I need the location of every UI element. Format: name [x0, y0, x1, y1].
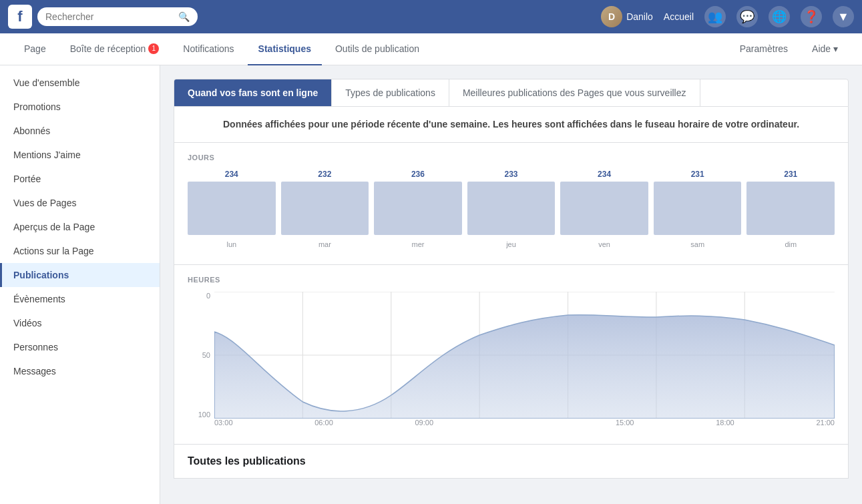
sidebar-item-apercus[interactable]: Aperçus de la Page: [0, 215, 160, 239]
sidebar-item-publications[interactable]: Publications: [0, 263, 160, 287]
tab-page[interactable]: Page: [13, 33, 57, 65]
x-label-21: 21:00: [816, 419, 835, 427]
sidebar-item-portee[interactable]: Portée: [0, 167, 160, 191]
sidebar-item-promotions[interactable]: Promotions: [0, 95, 160, 119]
x-label-09: 09:00: [415, 419, 433, 427]
day-name-ven: ven: [598, 240, 610, 248]
day-name-sam: sam: [690, 240, 704, 248]
avatar: D: [601, 6, 622, 27]
main-content: Quand vos fans sont en ligne Types de pu…: [160, 65, 862, 504]
x-label-06: 06:00: [314, 419, 333, 427]
tab-boite[interactable]: Boîte de réception 1: [59, 33, 170, 65]
sidebar-item-evenements[interactable]: Évènements: [0, 287, 160, 311]
accueil-link[interactable]: Accueil: [664, 11, 694, 22]
x-label-03: 03:00: [214, 419, 233, 427]
tab-notifications[interactable]: Notifications: [172, 33, 244, 65]
day-value-mer: 236: [411, 170, 425, 179]
facebook-logo: f: [8, 5, 32, 29]
hours-chart-container: 100 50 0: [188, 292, 835, 439]
day-name-mer: mer: [411, 240, 424, 248]
hours-svg: [214, 292, 835, 419]
messenger-icon[interactable]: 💬: [736, 6, 758, 27]
day-name-mar: mar: [318, 240, 331, 248]
inbox-badge: 1: [148, 43, 159, 54]
y-label-100: 100: [188, 411, 214, 419]
content-tabs: Quand vos fans sont en ligne Types de pu…: [174, 79, 849, 107]
day-column-ven: 234ven: [560, 170, 648, 248]
sidebar-item-mentions-jaime[interactable]: Mentions J'aime: [0, 143, 160, 167]
day-column-dim: 231dim: [746, 170, 835, 248]
search-input[interactable]: [45, 11, 173, 22]
day-value-jeu: 233: [505, 170, 518, 179]
tab-aide[interactable]: Aide ▾: [801, 33, 849, 65]
info-text: Données affichées pour une période récen…: [223, 119, 799, 130]
day-name-lun: lun: [226, 240, 236, 248]
user-name: Danilo: [626, 11, 653, 22]
x-axis: 03:00 06:00 09:00 12:00 15:00 18:00 21:0…: [214, 419, 835, 439]
day-bar-dim: [746, 182, 835, 235]
day-bar-mar: [281, 182, 369, 235]
hours-chart-section: HEURES 100 50 0: [174, 265, 849, 445]
search-icon: 🔍: [178, 11, 190, 22]
sidebar-item-abonnes[interactable]: Abonnés: [0, 119, 160, 143]
search-bar[interactable]: 🔍: [37, 7, 198, 26]
day-bar-jeu: [467, 182, 556, 235]
tab-outils[interactable]: Outils de publication: [325, 33, 430, 65]
bottom-title: Toutes les publications: [174, 445, 849, 479]
day-value-mar: 232: [318, 170, 331, 179]
content-tab-meilleures[interactable]: Meilleures publications des Pages que vo…: [449, 79, 700, 106]
y-label-0: 0: [188, 292, 214, 300]
user-profile[interactable]: D Danilo: [601, 6, 653, 27]
sidebar-item-messages[interactable]: Messages: [0, 359, 160, 383]
day-value-ven: 234: [598, 170, 611, 179]
y-label-50: 50: [188, 351, 214, 359]
tab-statistiques[interactable]: Statistiques: [248, 33, 322, 65]
day-column-jeu: 233jeu: [467, 170, 556, 248]
content-tab-types[interactable]: Types de publications: [332, 79, 449, 106]
day-column-lun: 234lun: [188, 170, 276, 248]
main-layout: Vue d'ensemble Promotions Abonnés Mentio…: [0, 65, 862, 504]
secondary-nav-right: Paramètres Aide ▾: [729, 33, 849, 65]
bottom-title-text: Toutes les publications: [188, 455, 306, 467]
day-bar-lun: [188, 182, 276, 235]
day-name-dim: dim: [785, 240, 797, 248]
sidebar: Vue d'ensemble Promotions Abonnés Mentio…: [0, 65, 160, 504]
days-label: JOURS: [188, 154, 835, 162]
secondary-nav-left: Page Boîte de réception 1 Notifications …: [13, 33, 430, 65]
sidebar-item-vues-pages[interactable]: Vues de Pages: [0, 191, 160, 215]
sidebar-item-vue-densemble[interactable]: Vue d'ensemble: [0, 71, 160, 95]
people-icon[interactable]: 👥: [704, 6, 726, 27]
help-icon[interactable]: ❓: [801, 6, 822, 27]
sidebar-item-actions[interactable]: Actions sur la Page: [0, 239, 160, 263]
content-tab-fans-online[interactable]: Quand vos fans sont en ligne: [174, 79, 332, 106]
x-label-15: 15:00: [616, 419, 634, 427]
globe-icon[interactable]: 🌐: [769, 6, 790, 27]
day-bar-mer: [374, 182, 462, 235]
sidebar-item-videos[interactable]: Vidéos: [0, 311, 160, 335]
days-chart: 234lun232mar236mer233jeu234ven231sam231d…: [188, 170, 835, 248]
info-box: Données affichées pour une période récen…: [174, 107, 849, 143]
sidebar-item-personnes[interactable]: Personnes: [0, 335, 160, 359]
day-column-mer: 236mer: [374, 170, 462, 248]
day-column-mar: 232mar: [281, 170, 369, 248]
top-nav-left: f 🔍: [8, 5, 198, 29]
dropdown-icon[interactable]: ▼: [833, 6, 854, 27]
day-name-jeu: jeu: [506, 240, 516, 248]
secondary-navigation: Page Boîte de réception 1 Notifications …: [0, 33, 862, 65]
day-bar-sam: [654, 182, 742, 235]
day-value-lun: 234: [225, 170, 238, 179]
day-column-sam: 231sam: [654, 170, 742, 248]
top-navigation: f 🔍 D Danilo Accueil 👥 💬 🌐 ❓ ▼: [0, 0, 862, 33]
tab-parametres[interactable]: Paramètres: [729, 33, 799, 65]
day-value-dim: 231: [784, 170, 797, 179]
day-bar-ven: [560, 182, 648, 235]
days-chart-section: JOURS 234lun232mar236mer233jeu234ven231s…: [174, 143, 849, 265]
hours-chart: [214, 292, 835, 419]
top-nav-right: D Danilo Accueil 👥 💬 🌐 ❓ ▼: [601, 6, 854, 27]
y-axis: 100 50 0: [188, 292, 214, 419]
x-label-18: 18:00: [716, 419, 734, 427]
hours-label: HEURES: [188, 276, 835, 284]
day-value-sam: 231: [691, 170, 704, 179]
